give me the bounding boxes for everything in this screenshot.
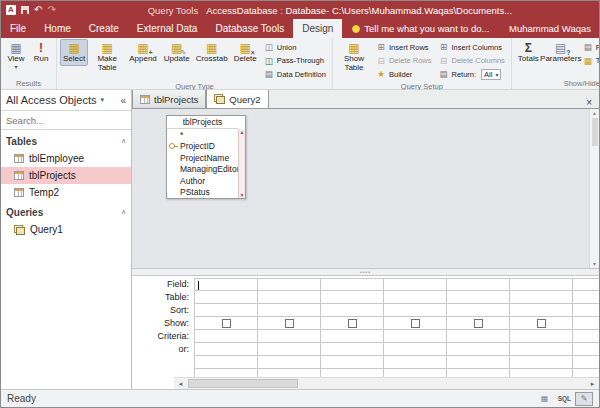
grid-cell[interactable] [384, 343, 447, 356]
query-design-pane[interactable]: tblProjects * ProjectID ProjectName [132, 109, 599, 269]
tell-me-box[interactable]: Tell me what you want to do... [352, 19, 489, 38]
return-select[interactable]: All ▾ [481, 69, 501, 80]
grid-cell[interactable] [384, 369, 447, 377]
sidebar-item-query1[interactable]: Query1 [1, 221, 131, 238]
access-app-icon[interactable]: A [6, 5, 16, 15]
shutter-close-icon[interactable]: « [120, 95, 126, 106]
select-query-button[interactable]: ▦ Select [60, 39, 88, 66]
insert-rows-button[interactable]: ⊞ Insert Rows [373, 41, 435, 54]
property-sheet-button[interactable]: ▤ Property Sheet [580, 41, 600, 54]
return-control[interactable]: ▤ Return: All ▾ [435, 68, 507, 81]
show-table-button[interactable]: ▦ Show Table [336, 39, 372, 74]
scroll-left-button[interactable]: ◂ [174, 378, 187, 389]
grid-cell[interactable] [510, 317, 573, 330]
document-tab-query2[interactable]: Query2 [206, 90, 268, 108]
parameters-button[interactable]: ▤? Parameters [543, 39, 579, 66]
union-button[interactable]: ◫ Union [261, 41, 329, 54]
grid-cell[interactable] [510, 304, 573, 317]
field-row-asterisk[interactable]: * [167, 129, 238, 141]
grid-cell[interactable] [573, 304, 599, 317]
grid-cell[interactable] [258, 279, 321, 291]
grid-cell[interactable] [573, 356, 599, 369]
grid-cell[interactable] [258, 304, 321, 317]
totals-button[interactable]: Σ Totals [515, 39, 542, 66]
grid-cell[interactable] [258, 330, 321, 343]
grid-cell[interactable] [321, 343, 384, 356]
grid-cell[interactable] [510, 279, 573, 291]
scrollbar-track[interactable] [187, 378, 586, 389]
grid-cell[interactable] [258, 356, 321, 369]
show-checkbox[interactable] [348, 319, 357, 328]
grid-cell[interactable] [510, 356, 573, 369]
grid-cell[interactable] [447, 317, 510, 330]
document-tab-tblprojects[interactable]: tblProjects [132, 90, 206, 108]
field-list-scrollbar[interactable]: ▲ ▼ [238, 129, 245, 198]
grid-cell[interactable] [384, 279, 447, 291]
redo-icon[interactable]: ↷ [47, 5, 55, 15]
data-definition-button[interactable]: ▤ Data Definition [261, 68, 329, 81]
grid-cell[interactable] [447, 356, 510, 369]
tables-section-header[interactable]: Tables ∧ [1, 132, 131, 150]
pane-splitter[interactable]: •••• [132, 269, 599, 276]
grid-cell[interactable] [321, 369, 384, 377]
grid-cell[interactable] [573, 343, 599, 356]
table-names-button[interactable]: ▦ Table Names [580, 55, 600, 68]
scrollbar-thumb[interactable] [592, 118, 598, 146]
design-view-button[interactable]: ✎ [575, 392, 593, 406]
undo-icon[interactable]: ↶ [34, 5, 42, 15]
field-row-pstatus[interactable]: PStatus [167, 187, 238, 199]
delete-rows-button[interactable]: ⊟ Delete Rows [373, 55, 435, 68]
grid-cell[interactable] [510, 369, 573, 377]
grid-cell[interactable] [573, 317, 599, 330]
grid-cell[interactable] [384, 356, 447, 369]
grid-cell[interactable] [195, 304, 258, 317]
pass-through-button[interactable]: ◫ Pass-Through [261, 55, 329, 68]
grid-cell[interactable] [384, 291, 447, 304]
design-pane-vertical-scrollbar[interactable]: ▴ ▾ [589, 109, 599, 268]
grid-cell[interactable] [447, 369, 510, 377]
show-checkbox[interactable] [285, 319, 294, 328]
close-object-icon[interactable]: × [579, 97, 599, 108]
datasheet-view-button[interactable]: ▦ [536, 392, 554, 406]
grid-cell[interactable] [510, 291, 573, 304]
make-table-button[interactable]: ▦ Make Table [89, 39, 125, 74]
grid-cell[interactable] [321, 279, 384, 291]
grid-cell[interactable] [384, 304, 447, 317]
delete-query-button[interactable]: ▦× Delete [231, 39, 260, 66]
scroll-right-button[interactable]: ▸ [586, 378, 599, 389]
grid-cell[interactable] [447, 330, 510, 343]
sql-view-button[interactable]: SQL [555, 392, 574, 406]
sidebar-item-temp2[interactable]: Temp2 [1, 184, 131, 201]
queries-section-header[interactable]: Queries ∧ [1, 203, 131, 221]
grid-cell[interactable] [510, 343, 573, 356]
grid-cell[interactable] [321, 330, 384, 343]
search-box[interactable] [1, 111, 131, 130]
grid-cell[interactable] [447, 291, 510, 304]
show-checkbox[interactable] [537, 319, 546, 328]
insert-columns-button[interactable]: ⊞ Insert Columns [435, 41, 507, 54]
run-button[interactable]: ! Run [29, 39, 53, 66]
grid-cell[interactable] [321, 356, 384, 369]
grid-cell[interactable] [195, 317, 258, 330]
grid-cell[interactable] [384, 317, 447, 330]
grid-cell[interactable] [195, 291, 258, 304]
grid-cell[interactable] [573, 279, 599, 291]
grid-cell[interactable] [195, 330, 258, 343]
save-icon[interactable] [21, 6, 29, 14]
scrollbar-thumb[interactable] [188, 379, 298, 388]
tab-external-data[interactable]: External Data [128, 19, 207, 38]
tab-create[interactable]: Create [80, 19, 128, 38]
grid-cell[interactable] [258, 369, 321, 377]
grid-cell[interactable] [510, 330, 573, 343]
sidebar-item-tblemployee[interactable]: tblEmployee [1, 150, 131, 167]
grid-cell[interactable] [573, 330, 599, 343]
grid-cell[interactable] [573, 291, 599, 304]
grid-cell[interactable] [195, 343, 258, 356]
show-checkbox[interactable] [222, 319, 231, 328]
field-row-managingeditor[interactable]: ManagingEditor [167, 164, 238, 176]
tab-file[interactable]: File [1, 19, 35, 38]
delete-columns-button[interactable]: ⊟ Delete Columns [435, 55, 507, 68]
grid-cell[interactable] [447, 304, 510, 317]
crosstab-button[interactable]: ▦ Crosstab [194, 39, 230, 66]
grid-cell[interactable] [258, 291, 321, 304]
